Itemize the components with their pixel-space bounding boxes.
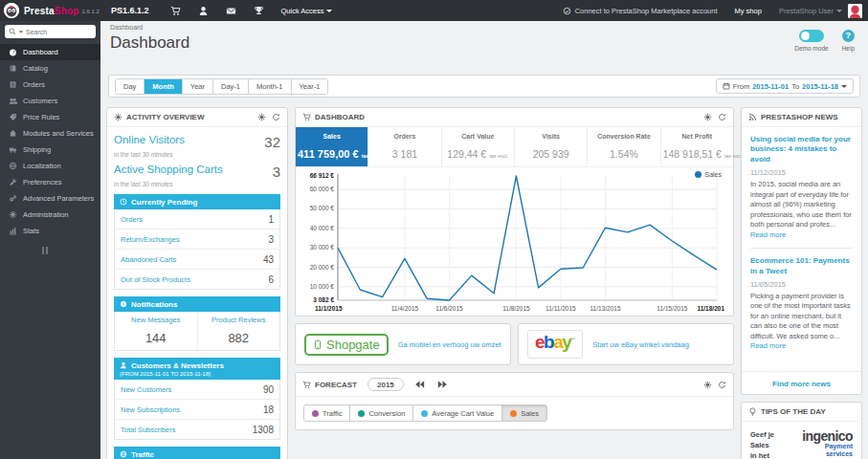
topbar: PrestaShop 1.6.1.2 PS1.6.1.2 Quick Acces… — [0, 0, 868, 21]
sidebar-item-advanced-parameters[interactable]: Advanced Parameters — [0, 190, 100, 207]
my-shop-link[interactable]: My shop — [735, 7, 762, 15]
find-more-news-link[interactable]: Find more news — [742, 372, 861, 394]
shop-code[interactable]: PS1.6.1.2 — [111, 6, 149, 15]
kpi-sales[interactable]: Sales 411 759,00 € tax excl. — [296, 127, 368, 166]
online-visitors-link[interactable]: Online Visitors — [114, 134, 185, 145]
sidebar-item-stats[interactable]: Stats — [0, 223, 100, 239]
forecast-toggle-traffic[interactable]: Traffic — [303, 404, 350, 422]
next-year-button[interactable] — [435, 379, 450, 390]
shopgate-logo[interactable]: Shopgate — [304, 334, 389, 356]
online-visitors-value: 32 — [264, 134, 280, 150]
news-article-title[interactable]: Using social media for your business: 4 … — [750, 135, 853, 164]
trophy-icon[interactable] — [254, 6, 264, 16]
sidebar-item-price-rules[interactable]: Price Rules — [0, 109, 100, 125]
kpi-net-profit[interactable]: Net Profit 148 918,51 € tax excl. — [661, 127, 733, 166]
orders-icon — [9, 80, 17, 89]
help-icon[interactable]: ? — [842, 30, 855, 42]
read-more-link[interactable]: Read more — [750, 341, 786, 350]
kpi-orders[interactable]: Orders 3 181 — [368, 127, 441, 166]
stat-row-out-of-stock-products[interactable]: Out of Stock Products 6 — [115, 270, 279, 289]
traffic-section-header: Traffic (FROM 2015-11-01 TO 2015-11-18) — [114, 447, 280, 459]
range-button-year[interactable]: Year — [183, 79, 213, 94]
stat-row-new-subscriptions[interactable]: New Subscriptions 18 — [115, 400, 279, 420]
series-dot-icon — [312, 410, 319, 417]
chevron-down-icon — [841, 85, 847, 88]
news-article-excerpt: Picking a payment provider is one of the… — [750, 292, 853, 352]
svg-text:11/13/2015: 11/13/2015 — [590, 305, 620, 312]
ingenico-logo[interactable]: ingenico Paymentservices — [778, 429, 853, 458]
stat-row-return-exchanges[interactable]: Return/Exchanges 3 — [115, 230, 279, 250]
active-carts-value: 3 — [273, 164, 280, 180]
sidebar-item-dashboard[interactable]: Dashboard — [0, 44, 100, 60]
collapse-menu-toggle[interactable] — [42, 247, 100, 254]
forecast-toggle-conversion[interactable]: Conversion — [349, 404, 413, 422]
prestashop-logo[interactable] — [4, 3, 19, 18]
refresh-icon[interactable] — [272, 113, 280, 121]
brand-wordmark[interactable]: PrestaShop — [24, 6, 79, 16]
news-article-date: 11/05/2015 — [750, 280, 853, 289]
search-scope-caret-icon[interactable] — [19, 31, 24, 33]
gear-icon[interactable] — [703, 381, 712, 389]
envelope-icon[interactable] — [226, 6, 236, 16]
demo-mode-toggle[interactable] — [799, 30, 824, 42]
forecast-panel-title: FORECAST — [315, 381, 357, 389]
stat-row-abandoned-carts[interactable]: Abandoned Carts 43 — [115, 250, 279, 270]
gear-icon[interactable] — [257, 113, 266, 121]
search-input[interactable] — [26, 29, 92, 35]
sidebar-item-shipping[interactable]: Shipping — [0, 142, 100, 158]
kpi-cart-value[interactable]: Cart Value 129,44 € tax excl. — [442, 127, 515, 166]
read-more-link[interactable]: Read more — [750, 230, 786, 239]
sidebar-item-modules-and-services[interactable]: Modules and Services — [0, 125, 100, 142]
stat-row-total-subscribers[interactable]: Total Subscribers 1308 — [115, 420, 279, 439]
person-icon[interactable] — [198, 6, 209, 16]
marketplace-icon — [563, 7, 571, 15]
active-carts-link[interactable]: Active Shopping Carts — [114, 164, 223, 175]
shopgate-link[interactable]: Ga mobiel en verhoog uw omzet — [398, 340, 501, 349]
cart-icon — [302, 113, 311, 121]
svg-text:20 000 €: 20 000 € — [310, 264, 335, 271]
sidebar-item-label: Customers — [23, 97, 57, 105]
sidebar-item-administration[interactable]: Administration — [0, 207, 100, 223]
user-menu[interactable]: PrestaShop User — [779, 7, 842, 15]
avatar[interactable] — [848, 4, 862, 18]
refresh-icon[interactable] — [718, 113, 726, 121]
breadcrumb[interactable]: Dashboard — [110, 24, 857, 31]
sidebar-item-localization[interactable]: Localization — [0, 158, 100, 174]
clock-icon — [120, 198, 127, 206]
sidebar-item-preferences[interactable]: Preferences — [0, 174, 100, 190]
sidebar-item-customers[interactable]: Customers — [0, 93, 100, 109]
range-button-day-1[interactable]: Day-1 — [213, 79, 249, 94]
cart-icon[interactable] — [170, 6, 181, 16]
forecast-toggle-average-cart-value[interactable]: Average Cart Value — [412, 404, 502, 422]
kpi-conversion-rate[interactable]: Conversion Rate 1.54% — [588, 127, 660, 166]
notification-product-reviews[interactable]: Product Reviews 882 — [197, 312, 280, 350]
previous-year-button[interactable] — [412, 379, 427, 390]
range-button-month-1[interactable]: Month-1 — [249, 79, 292, 94]
refresh-icon[interactable] — [718, 381, 726, 389]
notification-new-messages[interactable]: New Messages 144 — [115, 312, 197, 350]
stat-row-new-customers[interactable]: New Customers 90 — [115, 380, 279, 400]
range-button-month[interactable]: Month — [145, 79, 183, 94]
quick-access-menu[interactable]: Quick Access — [280, 7, 332, 15]
sidebar-item-catalog[interactable]: Catalog — [0, 60, 100, 76]
range-button-day[interactable]: Day — [116, 79, 145, 94]
ebay-link[interactable]: Start uw eBay winkel vandaag — [592, 340, 688, 349]
marketplace-link[interactable]: Connect to PrestaShop Marketplace accoun… — [563, 7, 718, 15]
chart-legend[interactable]: Sales — [695, 171, 722, 178]
sidebar-item-orders[interactable]: Orders — [0, 76, 100, 93]
info-icon — [120, 300, 127, 308]
stat-row-orders[interactable]: Orders 1 — [115, 209, 279, 230]
date-range-picker[interactable]: From2015-11-01 To2015-11-18 — [716, 78, 854, 94]
gear-icon[interactable] — [703, 113, 712, 121]
svg-text:11/18/201: 11/18/201 — [697, 305, 724, 312]
ebay-logo[interactable]: ebay™ — [527, 330, 583, 359]
news-panel-title: PRESTASHOP NEWS — [761, 113, 838, 121]
forecast-toggle-sales[interactable]: Sales — [501, 404, 547, 422]
kpi-visits[interactable]: Visits 205 939 — [515, 127, 588, 166]
forecast-year[interactable]: 2015 — [367, 378, 404, 391]
online-visitors-sub: in the last 30 minutes — [114, 150, 280, 158]
news-article-title[interactable]: Ecommerce 101: Payments in a Tweet — [750, 256, 853, 276]
series-dot-icon — [358, 410, 365, 417]
range-button-year-1[interactable]: Year-1 — [292, 79, 328, 94]
svg-text:40 000 €: 40 000 € — [310, 225, 335, 231]
